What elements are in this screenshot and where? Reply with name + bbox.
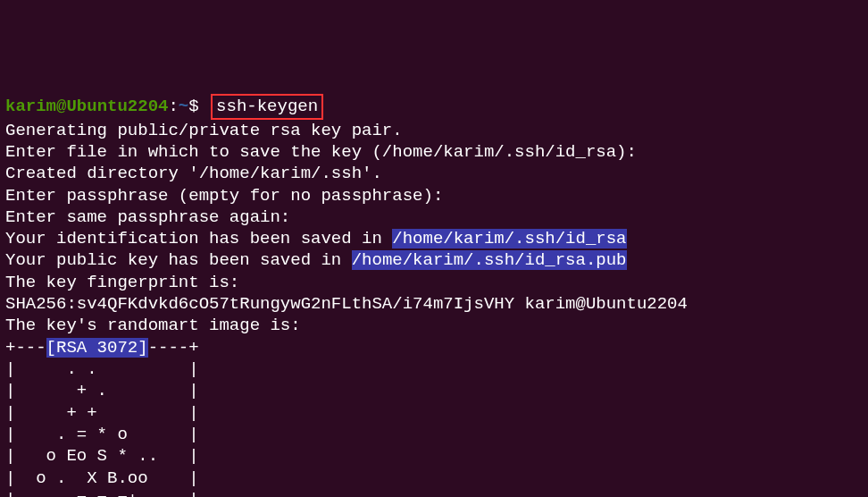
randomart-row: | o Eo S * .. | [5,445,863,467]
prompt-user: karim [5,97,56,116]
file-path-highlight: /home/karim/.ssh/id_rsa [392,229,626,248]
randomart-row: | o . X B.oo | [5,468,863,489]
prompt-line-1: karim@Ubuntu2204:~$ ssh-keygen [5,94,863,119]
output-text: Your identification has been saved in [5,229,392,248]
output-line: Your public key has been saved in /home/… [5,249,863,271]
terminal-output[interactable]: karim@Ubuntu2204:~$ ssh-keygenGenerating… [5,94,863,497]
prompt-dollar: $ [188,97,198,116]
output-line: SHA256:sv4QFKdvkd6cO57tRungywG2nFLthSA/i… [5,293,863,315]
output-line: Generating public/private rsa key pair. [5,120,863,141]
randomart-row: |.. . = =.=+ | [5,489,863,497]
output-line: Created directory '/home/karim/.ssh'. [5,163,863,184]
output-line: The key fingerprint is: [5,272,863,293]
file-path-highlight: /home/karim/.ssh/id_rsa.pub [352,250,627,270]
randomart-row: | . = * o | [5,424,863,445]
randomart-row: | + . | [5,380,863,401]
randomart-row: | . . | [5,358,863,380]
output-line: The key's randomart image is: [5,315,863,336]
randomart-top-prefix: +--- [5,338,46,358]
randomart-border-top: +---[RSA 3072]----+ [5,337,863,358]
prompt-path: ~ [179,97,188,116]
randomart-row: | + + | [5,402,863,424]
output-text: Your public key has been saved in [5,250,352,270]
rsa-label-highlight: [RSA 3072] [46,338,148,358]
output-line: Enter file in which to save the key (/ho… [5,141,863,163]
prompt-at: @ [56,97,66,116]
command-highlighted: ssh-keygen [211,94,323,119]
prompt-colon: : [168,97,178,116]
prompt-host: Ubuntu2204 [66,97,168,116]
output-line: Your identification has been saved in /h… [5,228,863,249]
randomart-top-suffix: ----+ [148,338,199,358]
output-line: Enter passphrase (empty for no passphras… [5,185,863,206]
output-line: Enter same passphrase again: [5,206,863,228]
